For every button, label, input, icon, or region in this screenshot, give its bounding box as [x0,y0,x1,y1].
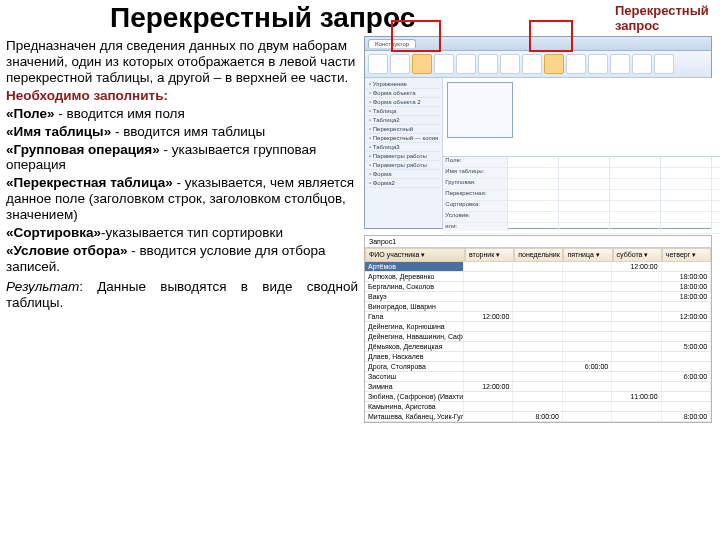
crosstab-label: «Перекрестная таблица» [6,175,173,190]
must-fill-heading: Необходимо заполнить: [6,88,168,103]
datasheet-title: Запрос1 [365,236,711,248]
toolbar-button[interactable] [632,54,652,74]
toolbar-button[interactable] [390,54,410,74]
field-label: «Поле» [6,106,55,121]
left-text-block: Предназначен для сведения данных по двум… [6,38,358,313]
column-header[interactable]: суббота ▾ [613,248,662,262]
table-row[interactable]: Камынина, Аристова [365,402,711,412]
nav-item[interactable]: ▫ Упражнение [367,80,440,89]
red-highlight-box [529,20,573,52]
column-header[interactable]: пятница ▾ [563,248,612,262]
column-header[interactable]: вторник ▾ [465,248,514,262]
toolbar-button[interactable] [566,54,586,74]
tablename-text: - вводится имя таблицы [111,124,265,139]
slide-title: Перекрестный запрос [110,2,415,34]
nav-item[interactable]: ▫ Таблица [367,107,440,116]
field-text: - вводится имя поля [55,106,185,121]
query-design-area[interactable]: Поле:Имя таблицы:Групповая:Перекрестная:… [443,78,720,228]
sort-label: «Сортировка» [6,225,101,240]
red-highlight-box [391,20,441,52]
nav-item[interactable]: ▫ Форма2 [367,179,440,188]
table-row[interactable]: Вакуэ18:00:00 [365,292,711,302]
condition-label: «Условие отбора» [6,243,127,258]
table-row[interactable]: Артюхов, Деревянко18:00:00 [365,272,711,282]
toolbar-button-highlighted[interactable] [412,54,432,74]
table-row[interactable]: Длаев, Наскалев [365,352,711,362]
nav-item[interactable]: ▫ Форма объекта 2 [367,98,440,107]
table-row[interactable]: Дёмьяков, Делевицкая5:00:00 [365,342,711,352]
toolbar-button[interactable] [654,54,674,74]
nav-item[interactable]: ▫ Параметры работы [367,152,440,161]
toolbar-button[interactable] [456,54,476,74]
navigation-pane[interactable]: ▫ Упражнение▫ Форма объекта▫ Форма объек… [365,78,443,228]
table-row[interactable]: Артёмов12:00:00 [365,262,711,272]
toolbar-button[interactable] [434,54,454,74]
toolbar-button[interactable] [368,54,388,74]
groupop-label: «Групповая операция» [6,142,160,157]
column-header[interactable]: понедельник ▾ [514,248,563,262]
nav-item[interactable]: ▫ Таблица3 [367,143,440,152]
table-body: Артёмов12:00:00Артюхов, Деревянко18:00:0… [365,262,711,422]
nav-item[interactable]: ▫ Перекрестный — копия [367,134,440,143]
toolbar-button[interactable] [500,54,520,74]
column-header[interactable]: четверг ▾ [662,248,711,262]
toolbar-button-highlighted[interactable] [544,54,564,74]
table-row[interactable]: Дейнегина, Корнюшина [365,322,711,332]
table-row[interactable]: Бергалина, Соколов18:00:00 [365,282,711,292]
result-label: Результат [6,279,79,294]
table-row[interactable]: Зимина12:00:00 [365,382,711,392]
intro-paragraph: Предназначен для сведения данных по двум… [6,38,358,86]
nav-item[interactable]: ▫ Таблица2 [367,116,440,125]
toolbar-button[interactable] [610,54,630,74]
toolbar-button[interactable] [522,54,542,74]
table-row[interactable]: Зюбина, (Сафронов) (Ивахтин)11:00:00 [365,392,711,402]
table-row[interactable]: Миташева, Кабанец, Усик-Гуляе8:00:008:00… [365,412,711,422]
table-row[interactable]: Засотиш6:00:00 [365,372,711,382]
toolbar-button[interactable] [588,54,608,74]
table-row[interactable]: Виноградов, Шварин [365,302,711,312]
nav-item[interactable]: ▫ Форма объекта [367,89,440,98]
column-header[interactable]: ФИО участника ▾ [365,248,465,262]
nav-item[interactable]: ▫ Параметры работы [367,161,440,170]
corner-tag: Перекрестный запрос [615,4,710,34]
result-datasheet: Запрос1 ФИО участника ▾вторник ▾понедель… [364,235,712,423]
toolbar-button[interactable] [478,54,498,74]
table-row[interactable]: Дрога, Столярова6:00:00 [365,362,711,372]
toolbar [365,51,711,78]
table-row[interactable]: Гала12:00:0012:00:00 [365,312,711,322]
nav-item[interactable]: ▫ Форма [367,170,440,179]
tablename-label: «Имя таблицы» [6,124,111,139]
table-box[interactable] [447,82,513,138]
sort-text: -указывается тип сортировки [101,225,283,240]
table-row[interactable]: Дейнегина, Навашинин, Сафронов [365,332,711,342]
table-header-row: ФИО участника ▾вторник ▾понедельник ▾пят… [365,248,711,262]
design-grid[interactable]: Поле:Имя таблицы:Групповая:Перекрестная:… [443,156,720,231]
nav-item[interactable]: ▫ Перекрестный [367,125,440,134]
access-design-window: Конструктор ▫ Упражн [364,36,712,229]
